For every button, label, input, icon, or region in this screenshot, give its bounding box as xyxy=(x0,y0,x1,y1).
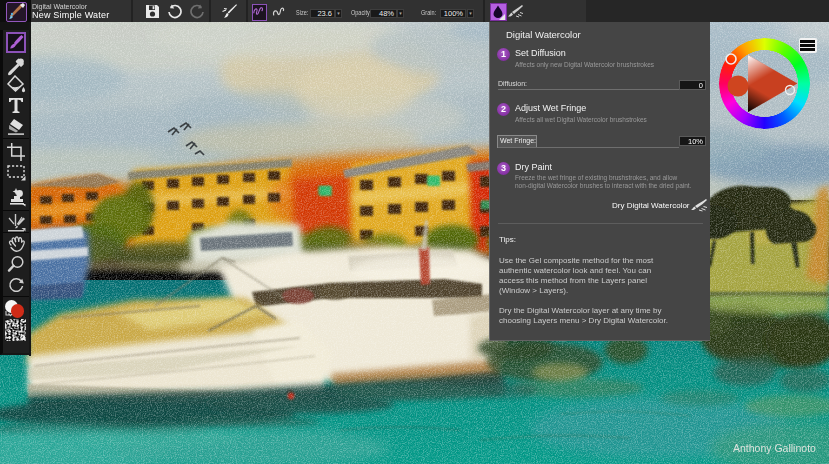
svg-text:Anthony Gallinoto: Anthony Gallinoto xyxy=(733,442,816,454)
